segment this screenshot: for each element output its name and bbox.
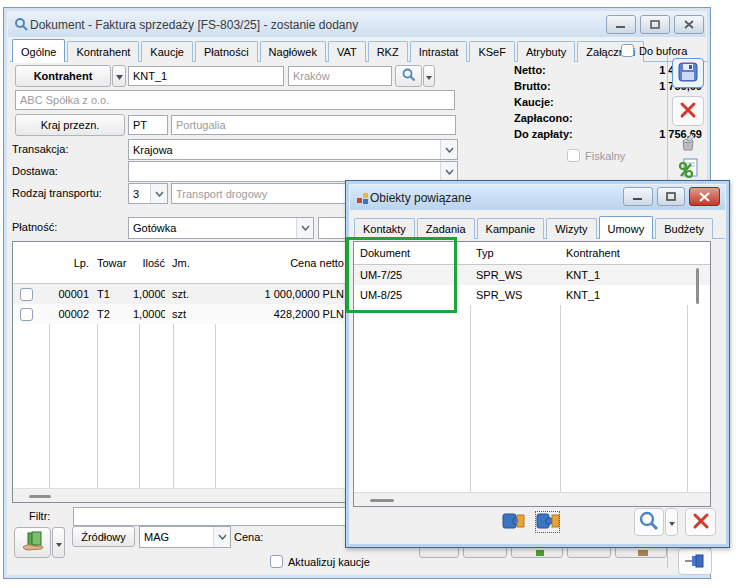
fiskalny-label: Fiskalny <box>585 150 625 162</box>
related-objects-window: Obiekty powiązane Kontakty Zadania Kampa… <box>345 180 730 548</box>
platnosc-label: Płatność: <box>12 221 57 233</box>
vscroll-thumb[interactable] <box>696 268 699 304</box>
payment-dropdown-button[interactable] <box>52 527 65 558</box>
tab-umowy[interactable]: Umowy <box>599 216 654 239</box>
cancel-x-icon <box>692 512 710 532</box>
kontrahent-code-input[interactable] <box>128 66 284 86</box>
tab-platnosci[interactable]: Płatności <box>195 41 258 62</box>
search-dropdown-button[interactable] <box>423 65 435 87</box>
chevron-down-icon <box>150 184 167 203</box>
tab-budzety[interactable]: Budżety <box>655 218 713 239</box>
dostawa-label: Dostawa: <box>12 165 58 177</box>
document-window-titlebar: Dokument - Faktura sprzedaży [FS-803/25]… <box>8 12 706 37</box>
puzzle-unlink-icon <box>536 511 560 533</box>
do-bufora-label: Do bufora <box>639 45 687 57</box>
link-object-button[interactable] <box>498 508 529 536</box>
delete-button[interactable] <box>675 130 701 156</box>
close-button[interactable] <box>674 15 704 34</box>
overlay-tabstrip: Kontakty Zadania Kampanie Wizyty Umowy B… <box>354 215 715 239</box>
kontrahent-name-input[interactable] <box>15 90 455 110</box>
related-objects-icon <box>356 192 369 207</box>
col-kontrahent[interactable]: Kontrahent <box>560 247 680 259</box>
kraj-przezn-button[interactable]: Kraj przezn. <box>15 114 125 136</box>
umowy-hscrollbar[interactable] <box>354 492 710 506</box>
overlay-minimize-button[interactable] <box>623 187 653 206</box>
magnifier-title-icon <box>14 17 29 34</box>
window-title: Dokument - Faktura sprzedaży [FS-803/25]… <box>30 18 358 32</box>
tab-intrastat[interactable]: Intrastat <box>410 41 468 62</box>
hscroll-thumb[interactable] <box>370 499 394 502</box>
unlink-object-button[interactable] <box>532 508 563 536</box>
related-objects-titlebar: Obiekty powiązane <box>350 185 725 210</box>
tab-vat[interactable]: VAT <box>328 41 366 62</box>
tab-zalaczniki[interactable]: Załączniki <box>577 41 644 62</box>
pin-button[interactable] <box>678 548 712 575</box>
chevron-down-icon <box>296 218 313 238</box>
col-ilosc[interactable]: Ilość <box>133 257 165 269</box>
tab-zadania[interactable]: Zadania <box>417 218 475 239</box>
tab-ksef[interactable]: KSeF <box>469 41 515 62</box>
save-button[interactable] <box>672 58 704 88</box>
maximize-button[interactable] <box>640 15 670 34</box>
overlay-window-title: Obiekty powiązane <box>370 191 471 205</box>
payment-button[interactable] <box>14 527 51 558</box>
platnosc-select[interactable]: Gotówka <box>128 217 314 239</box>
tab-naglowek[interactable]: Nagłówek <box>260 41 326 62</box>
partial-icon <box>638 550 648 556</box>
fiskalny-checkbox[interactable] <box>567 149 580 162</box>
row-checkbox[interactable] <box>20 288 33 301</box>
tab-kaucje[interactable]: Kaucje <box>141 41 193 62</box>
col-lp[interactable]: Lp. <box>49 257 93 269</box>
aktualizuj-kaucje-checkbox[interactable] <box>270 555 283 568</box>
overlay-search-dropdown-button[interactable] <box>665 508 678 536</box>
kraj-code-input[interactable] <box>128 115 168 135</box>
overlay-search-button[interactable] <box>634 508 664 536</box>
transport-code-select[interactable]: 3 <box>128 183 168 204</box>
tab-kontakty[interactable]: Kontakty <box>354 218 415 239</box>
tab-atrybuty[interactable]: Atrybuty <box>517 41 575 62</box>
overlay-close-action-button[interactable] <box>685 508 716 536</box>
search-icon <box>639 511 659 533</box>
row-checkbox[interactable] <box>20 308 33 321</box>
kontrahent-dropdown-button[interactable] <box>112 65 126 87</box>
cena-label: Cena: <box>234 531 263 543</box>
kraj-name-input[interactable] <box>171 115 456 135</box>
search-icon <box>402 68 416 84</box>
tab-ogolne[interactable]: Ogólne <box>12 39 65 62</box>
tab-kampanie[interactable]: Kampanie <box>477 218 545 239</box>
tab-kontrahent[interactable]: Kontrahent <box>67 41 139 62</box>
magazyn-select[interactable]: MAG <box>139 526 231 548</box>
dropdown-arrow-icon <box>669 516 675 528</box>
zrodlowy-button[interactable]: Źródłowy <box>72 526 135 547</box>
chevron-down-icon <box>440 140 457 159</box>
kontrahent-search-button[interactable] <box>395 65 422 87</box>
col-typ[interactable]: Typ <box>470 247 560 259</box>
chevron-down-icon <box>440 162 457 181</box>
trash-icon <box>678 132 698 154</box>
cancel-x-icon <box>679 101 697 121</box>
partial-icon <box>536 550 544 556</box>
col-jm[interactable]: Jm. <box>165 257 205 269</box>
col-cena-netto[interactable]: Cena netto <box>205 257 344 269</box>
col-towar[interactable]: Towar <box>93 257 133 269</box>
kontrahent-button[interactable]: Kontrahent <box>15 65 111 87</box>
money-hand-icon <box>20 530 46 556</box>
kontrahent-city-input[interactable] <box>288 66 392 86</box>
discount-button[interactable] <box>675 156 701 182</box>
filtr-label: Filtr: <box>29 510 50 522</box>
tab-rkz[interactable]: RKZ <box>368 41 408 62</box>
tab-wizyty[interactable]: Wizyty <box>546 218 596 239</box>
document-tabstrip: Ogólne Kontrahent Kaucje Płatności Nagłó… <box>12 37 646 62</box>
overlay-close-button[interactable] <box>689 187 720 206</box>
dostawa-select[interactable] <box>128 161 458 182</box>
cancel-button[interactable] <box>672 96 704 126</box>
annotation-highlight <box>346 237 457 313</box>
transakcja-select[interactable]: Krajowa <box>128 139 458 160</box>
minimize-button[interactable] <box>606 15 636 34</box>
puzzle-link-icon <box>502 511 526 533</box>
aktualizuj-kaucje-label: Aktualizuj kaucje <box>288 556 370 568</box>
do-bufora-checkbox[interactable] <box>621 44 634 57</box>
dropdown-arrow-icon <box>56 537 62 549</box>
overlay-maximize-button[interactable] <box>657 187 685 206</box>
hscroll-thumb[interactable] <box>29 495 51 498</box>
